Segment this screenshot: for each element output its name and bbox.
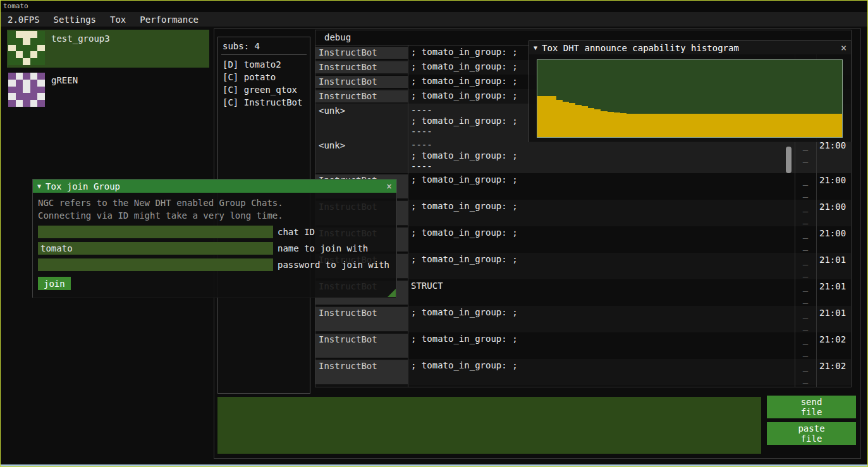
- message-text: STRUCT: [408, 281, 795, 291]
- message-text: ---- ; tomato_in_group: ; ----: [408, 140, 795, 172]
- tab-debug[interactable]: debug: [324, 32, 351, 42]
- group-name: gREEN: [51, 73, 78, 108]
- sender-name: InstructBot: [315, 334, 408, 358]
- subs-header: subs: 4: [223, 40, 305, 52]
- histogram-bar: [728, 114, 734, 137]
- close-icon[interactable]: ×: [841, 42, 847, 54]
- avatar-pixel: [8, 51, 16, 58]
- menu-item-settings[interactable]: Settings: [47, 13, 103, 26]
- histogram-bar: [601, 111, 607, 137]
- column-separator: [408, 45, 408, 387]
- join-window-body: NGC refers to the New DHT enabled Group …: [33, 193, 396, 298]
- avatar-pixel: [23, 45, 30, 52]
- histogram-bar: [575, 105, 582, 137]
- window-titlebar[interactable]: tomato: [1, 1, 867, 12]
- group-avatar: [8, 31, 45, 65]
- message-row[interactable]: <unk>---- ; tomato_in_group: ; ----_ _21…: [315, 138, 851, 173]
- sidebar-item-test-group3[interactable]: test_group3: [7, 30, 209, 68]
- menu-item-tox[interactable]: Tox: [103, 13, 133, 26]
- member-item[interactable]: [C] InstructBot: [223, 96, 305, 109]
- avatar-pixel: [30, 93, 38, 100]
- message-time: 21:00: [816, 174, 851, 186]
- window-bottom-edge: [1, 464, 867, 466]
- message-flags: _ _: [795, 360, 816, 384]
- member-item[interactable]: [C] potato: [223, 71, 305, 83]
- histogram-bar: [734, 114, 740, 137]
- histogram-bar: [798, 114, 804, 137]
- histogram-bar: [747, 114, 754, 137]
- member-item[interactable]: [D] tomato2: [223, 58, 305, 71]
- avatar-pixel: [16, 93, 23, 100]
- message-row[interactable]: InstructBot; tomato_in_group: ;_ _21:01: [315, 306, 851, 332]
- sidebar-item-green[interactable]: gREEN: [7, 71, 209, 109]
- avatar-pixel: [30, 73, 38, 80]
- sender-name: <unk>: [315, 140, 408, 172]
- menu-item-fps[interactable]: 2.0FPS: [1, 13, 47, 26]
- message-row[interactable]: InstructBot; tomato_in_group: ;_ _21:02: [315, 385, 851, 387]
- field-label: password to join with: [278, 260, 389, 270]
- avatar-pixel: [30, 100, 38, 107]
- avatar-pixel: [16, 31, 23, 38]
- avatar-pixel: [30, 31, 38, 38]
- avatar-pixel: [30, 58, 38, 65]
- histogram-bar: [773, 114, 779, 137]
- join-button[interactable]: join: [38, 277, 71, 290]
- histogram-bar: [582, 106, 588, 137]
- join-window-title: Tox join Group: [46, 181, 120, 191]
- histogram-bar: [760, 114, 766, 137]
- histogram-bar: [537, 96, 544, 137]
- histogram-bar: [569, 103, 575, 137]
- app-window: tomato 2.0FPS Settings Tox Performance t…: [0, 0, 868, 467]
- avatar-pixel: [37, 100, 45, 107]
- avatar-pixel: [37, 93, 45, 100]
- member-item[interactable]: [C] green_qtox: [223, 83, 305, 96]
- histogram-bar: [829, 114, 836, 137]
- message-row[interactable]: InstructBot; tomato_in_group: ;_ _21:02: [315, 359, 851, 385]
- avatar-pixel: [23, 93, 30, 100]
- message-text: ; tomato_in_group: ;: [408, 360, 795, 371]
- histogram-bar: [658, 114, 664, 137]
- histogram-bar: [766, 114, 773, 137]
- avatar-pixel: [37, 87, 45, 94]
- join-name-input[interactable]: [38, 242, 273, 255]
- collapse-icon[interactable]: ▼: [534, 44, 537, 51]
- avatar-pixel: [8, 45, 16, 52]
- join-password-input[interactable]: [38, 258, 273, 271]
- histogram-bar: [721, 114, 728, 137]
- histogram-bar: [620, 113, 627, 137]
- message-flags: _ _: [795, 254, 816, 278]
- histogram-bar: [677, 114, 683, 137]
- histogram-bar: [741, 114, 747, 137]
- avatar-pixel: [23, 51, 30, 58]
- histogram-bar: [702, 114, 709, 137]
- chat-scrollbar-thumb[interactable]: [786, 147, 792, 173]
- avatar-pixel: [37, 38, 45, 45]
- histogram-bar: [652, 114, 658, 137]
- message-row[interactable]: InstructBot; tomato_in_group: ;_ _21:02: [315, 332, 851, 359]
- menu-bar: 2.0FPS Settings Tox Performance: [1, 12, 867, 27]
- message-time: 21:00: [816, 201, 851, 213]
- close-icon[interactable]: ×: [386, 181, 392, 192]
- send-file-button[interactable]: send file: [767, 396, 856, 418]
- histogram-bar: [836, 114, 842, 137]
- message-text: ; tomato_in_group: ;: [408, 174, 795, 185]
- sender-name: InstructBot: [315, 61, 408, 73]
- join-group-window: ▼ Tox join Group × NGC refers to the New…: [32, 179, 397, 298]
- avatar-pixel: [30, 45, 38, 52]
- menu-item-performance[interactable]: Performance: [133, 13, 205, 26]
- histogram-bar: [633, 114, 639, 137]
- chat-id-input[interactable]: [38, 226, 273, 238]
- avatar-pixel: [16, 38, 23, 45]
- message-flags: _ _: [795, 281, 816, 305]
- message-time: 21:01: [816, 307, 851, 319]
- message-input[interactable]: [217, 397, 761, 454]
- resize-grip[interactable]: [388, 289, 396, 297]
- message-flags: _ _: [795, 140, 816, 164]
- histogram-window-titlebar[interactable]: ▼ Tox DHT announce capability histogram …: [529, 41, 851, 54]
- paste-file-button[interactable]: paste file: [767, 422, 856, 445]
- collapse-icon[interactable]: ▼: [37, 183, 41, 190]
- group-avatar: [8, 73, 45, 107]
- join-window-titlebar[interactable]: ▼ Tox join Group ×: [33, 179, 396, 193]
- avatar-pixel: [23, 58, 30, 65]
- histogram-bar: [810, 114, 817, 137]
